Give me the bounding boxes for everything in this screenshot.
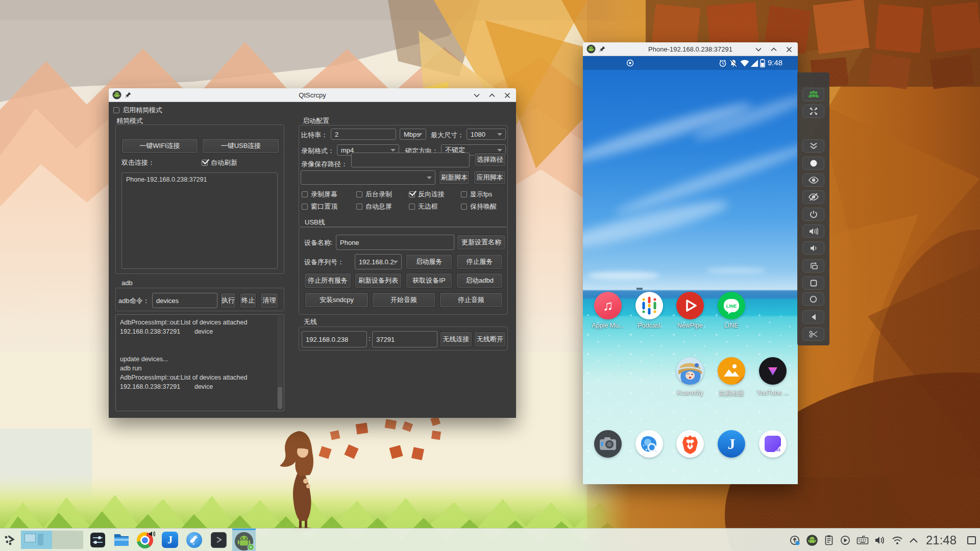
close-button[interactable] <box>504 92 511 99</box>
log-scrollbar[interactable] <box>277 316 283 410</box>
app-label[interactable]: NewPipe <box>677 322 703 329</box>
phone-titlebar[interactable]: Phone-192.168.0.238:37291 <box>583 42 798 56</box>
minimize-button[interactable] <box>473 92 480 99</box>
pager-desktop-2[interactable] <box>52 531 83 549</box>
close-button[interactable] <box>786 46 793 53</box>
qtscrcpy-titlebar[interactable]: QtScrcpy <box>109 88 516 102</box>
terminal-icon[interactable] <box>211 532 227 548</box>
bird-app-icon[interactable] <box>186 532 202 548</box>
clear-button[interactable]: 清理 <box>260 293 278 308</box>
auto-refresh-checkbox[interactable]: 自动刷新 <box>202 158 237 167</box>
execute-button[interactable]: 执行 <box>220 293 236 308</box>
apple-music-app-icon[interactable]: ♫ <box>594 292 622 319</box>
kcanotify-app-icon[interactable] <box>676 357 704 385</box>
volume-tray-icon[interactable] <box>874 535 886 545</box>
apply-script-button[interactable]: 应用脚本 <box>474 170 506 185</box>
serial-combo[interactable]: 192.168.0.2: <box>355 254 402 269</box>
app-label[interactable]: 简易相册 <box>719 389 744 398</box>
app-switch-button[interactable] <box>802 277 824 290</box>
pager-desktop-1[interactable] <box>21 531 52 549</box>
wireless-connect-button[interactable]: 无线连接 <box>440 332 472 347</box>
record-path-input[interactable] <box>351 153 470 167</box>
device-list-item[interactable]: Phone-192.168.0.238:37291 <box>126 175 207 184</box>
device-name-input[interactable]: Phone <box>336 235 454 250</box>
keyboard-tray-icon[interactable] <box>856 535 869 545</box>
power-button[interactable] <box>802 208 824 221</box>
home-button[interactable] <box>802 292 824 306</box>
joplin-taskbar-icon[interactable]: J <box>162 532 178 548</box>
camera-app-icon[interactable] <box>594 430 622 458</box>
update-tray-icon[interactable] <box>789 535 800 546</box>
media-player-tray-icon[interactable] <box>840 535 851 546</box>
screen-off-button[interactable] <box>802 190 824 204</box>
wireless-port-input[interactable]: 37291 <box>372 331 437 347</box>
podcast-app-icon[interactable] <box>635 292 663 319</box>
bitrate-input[interactable]: 2 <box>331 129 396 140</box>
show-desktop-button[interactable] <box>967 536 976 544</box>
terminate-button[interactable]: 终止 <box>240 293 256 308</box>
calendar-app-icon[interactable]: 31 <box>759 430 787 458</box>
settings-app-icon[interactable] <box>90 533 105 547</box>
wifi-connect-button[interactable]: 一键WIFI连接 <box>121 138 198 154</box>
enable-simple-mode-checkbox[interactable]: 启用精简模式 <box>113 106 162 115</box>
start-audio-button[interactable]: 开始音频 <box>372 292 435 308</box>
line-app-icon[interactable]: LINE <box>718 292 745 319</box>
file-manager-icon[interactable] <box>113 532 130 547</box>
script-combo[interactable] <box>301 170 435 185</box>
app-label[interactable]: YouTube ... <box>756 389 789 396</box>
start-service-button[interactable]: 启动服务 <box>406 254 452 269</box>
wireless-disconnect-button[interactable]: 无线断开 <box>474 332 506 347</box>
log-scrollbar-handle[interactable] <box>278 387 282 409</box>
get-ip-button[interactable]: 获取设备IP <box>406 273 452 288</box>
newpipe-app-icon[interactable] <box>676 292 704 319</box>
keep-awake-checkbox[interactable]: 保持唤醒 <box>461 202 497 211</box>
clipboard-tray-icon[interactable] <box>824 535 834 546</box>
bitrate-unit-combo[interactable]: Mbps <box>400 129 426 140</box>
background-record-checkbox[interactable]: 后台录制 <box>356 190 392 199</box>
window-on-top-checkbox[interactable]: 窗口置顶 <box>302 202 337 211</box>
update-name-button[interactable]: 更新设置名称 <box>457 235 506 250</box>
screenshot-button[interactable] <box>802 328 824 341</box>
app-label[interactable]: Apple Mu... <box>592 322 624 329</box>
refresh-device-button[interactable]: 刷新设备列表 <box>355 273 402 288</box>
adb-cmd-input[interactable]: devices <box>152 293 217 308</box>
volume-down-button[interactable] <box>802 241 824 255</box>
photo-search-app-icon[interactable] <box>635 430 663 458</box>
app-label[interactable]: Kcanotify <box>677 389 703 396</box>
wireless-ip-input[interactable]: 192.168.0.238 <box>302 331 367 347</box>
phone-screen[interactable]: 9:48 ♫ LINE Apple Mu... Podcast <box>583 56 798 484</box>
refresh-script-button[interactable]: 刷新脚本 <box>439 170 470 185</box>
chrome-icon[interactable] <box>137 531 154 548</box>
qtscrcpy-task-button[interactable]: + <box>232 529 256 551</box>
install-sndcpy-button[interactable]: 安装sndcpy <box>305 292 369 308</box>
app-launcher-button[interactable] <box>4 533 18 547</box>
app-label[interactable]: LINE <box>724 322 739 329</box>
start-adbd-button[interactable]: 启动adbd <box>456 273 503 288</box>
network-tray-icon[interactable] <box>891 535 903 545</box>
group-control-button[interactable] <box>802 88 824 101</box>
minimize-button[interactable] <box>755 46 762 53</box>
maximize-button[interactable] <box>770 46 777 53</box>
youtube-vanced-app-icon[interactable] <box>759 357 787 385</box>
rotate-screen-button[interactable] <box>802 259 824 272</box>
gallery-app-icon[interactable] <box>718 357 745 385</box>
record-screen-checkbox[interactable]: 录制屏幕 <box>302 190 337 199</box>
back-button[interactable] <box>802 310 824 323</box>
stop-audio-button[interactable]: 停止音频 <box>439 292 503 308</box>
maximize-button[interactable] <box>488 92 496 99</box>
tray-expand-caret[interactable] <box>909 537 918 543</box>
adb-log[interactable]: AdbProcessImpl::out:List of devices atta… <box>115 314 284 411</box>
usb-connect-button[interactable]: 一键USB连接 <box>202 138 280 154</box>
max-size-combo[interactable]: 1080 <box>467 129 506 140</box>
stop-service-button[interactable]: 停止服务 <box>456 254 503 269</box>
fullscreen-button[interactable] <box>802 105 824 118</box>
brave-app-icon[interactable] <box>676 430 704 458</box>
frameless-checkbox[interactable]: 无边框 <box>409 202 438 211</box>
device-list[interactable]: Phone-192.168.0.238:37291 <box>121 172 278 269</box>
expand-notifications-button[interactable] <box>802 139 824 153</box>
show-fps-checkbox[interactable]: 显示fps <box>461 190 492 199</box>
joplin-app-icon[interactable]: J <box>718 430 745 458</box>
choose-path-button[interactable]: 选择路径 <box>474 153 506 167</box>
stop-all-button[interactable]: 停止所有服务 <box>304 273 351 288</box>
taskbar-clock[interactable]: 21:48 <box>926 533 957 547</box>
